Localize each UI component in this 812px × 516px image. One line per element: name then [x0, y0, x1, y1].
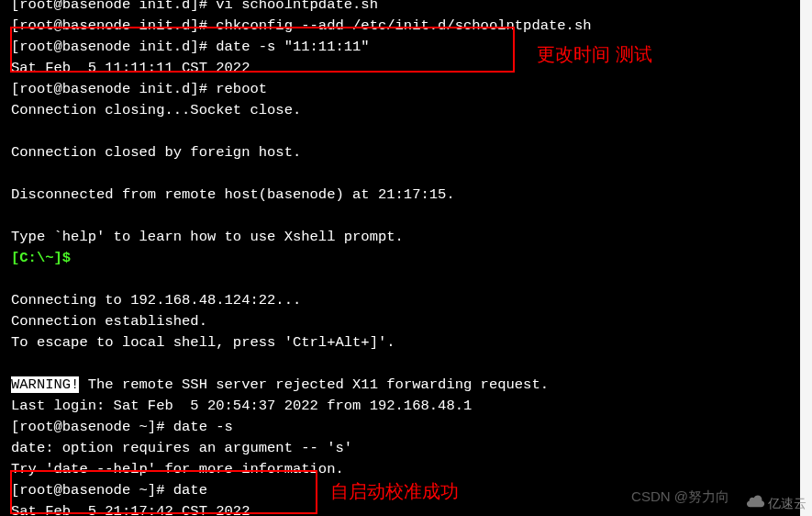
cloud-icon: [746, 493, 766, 514]
terminal-line: Sat Feb 5 11:11:11 CST 2022: [11, 58, 592, 79]
terminal-line: Try 'date --help' for more information.: [11, 459, 592, 480]
terminal-window[interactable]: [root@basenode init.d]# vi schoolntpdate…: [0, 0, 800, 516]
terminal-line: [root@basenode init.d]# date -s "11:11:1…: [11, 37, 592, 58]
terminal-line: [root@basenode ~]# date: [11, 480, 592, 501]
terminal-line: Sat Feb 5 21:17:42 CST 2022: [11, 501, 592, 516]
terminal-line: Connection closed by foreign host.: [11, 142, 592, 163]
terminal-line: Connection closing...Socket close.: [11, 100, 592, 121]
terminal-line: [root@basenode init.d]# vi schoolntpdate…: [11, 0, 592, 16]
terminal-line: [11, 353, 592, 375]
terminal-content: [root@basenode init.d]# vi schoolntpdate…: [11, 0, 592, 516]
watermark-yisu: 亿速云: [746, 493, 806, 514]
terminal-line: Connection established.: [11, 311, 592, 332]
terminal-line: [root@basenode init.d]# chkconfig --add …: [11, 16, 592, 37]
terminal-line: Connecting to 192.168.48.124:22...: [11, 290, 592, 311]
terminal-line: [11, 163, 592, 185]
terminal-line: date: option requires an argument -- 's': [11, 438, 592, 459]
terminal-line: [11, 269, 592, 290]
side-strip: [800, 0, 812, 516]
terminal-line: WARNING! The remote SSH server rejected …: [11, 375, 592, 396]
watermark-yisu-text: 亿速云: [768, 493, 806, 514]
terminal-line: Disconnected from remote host(basenode) …: [11, 185, 592, 206]
watermark-csdn: CSDN @努力向: [631, 486, 729, 507]
terminal-line: [11, 121, 592, 142]
terminal-line: [C:\~]$: [11, 248, 592, 269]
terminal-line: [root@basenode init.d]# reboot: [11, 79, 592, 100]
terminal-line: [11, 206, 592, 227]
terminal-line: Type `help' to learn how to use Xshell p…: [11, 227, 592, 248]
terminal-line: To escape to local shell, press 'Ctrl+Al…: [11, 332, 592, 353]
terminal-line: Last login: Sat Feb 5 20:54:37 2022 from…: [11, 396, 592, 417]
terminal-line: [root@basenode ~]# date -s: [11, 417, 592, 438]
